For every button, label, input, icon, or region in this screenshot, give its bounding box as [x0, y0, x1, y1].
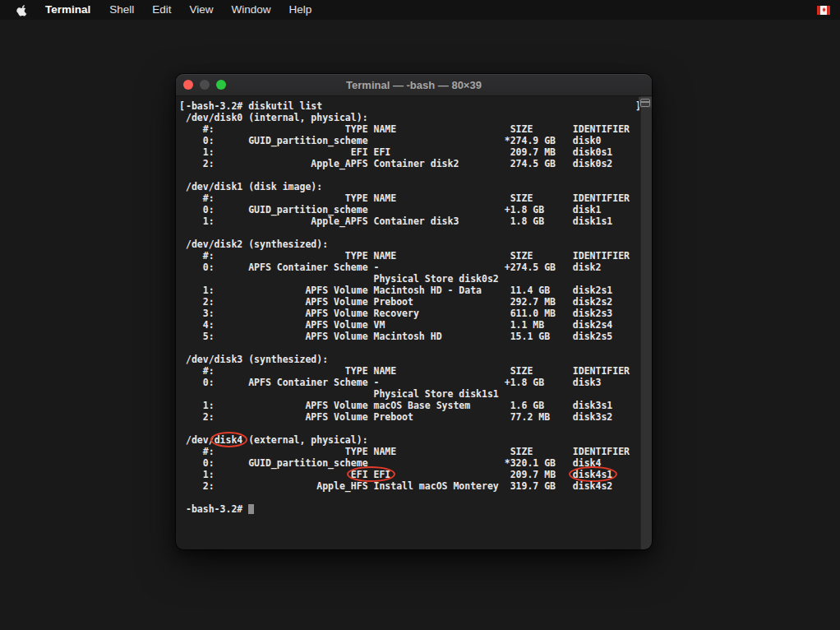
terminal-line: 0: GUID_partition_scheme +1.8 GB disk1 [186, 204, 640, 215]
apple-menu[interactable] [16, 3, 28, 16]
split-pane-button[interactable] [639, 97, 652, 108]
menu-item-help[interactable]: Help [280, 0, 321, 20]
terminal-line: #: TYPE NAME SIZE IDENTIFIER [186, 446, 640, 457]
menu-item-window[interactable]: Window [223, 0, 280, 20]
window-title: Terminal — -bash — 80×39 [176, 79, 652, 91]
annotation-circle: disk4 [215, 434, 243, 446]
terminal-line [186, 342, 640, 354]
terminal-line: 0: APFS Container Scheme - +1.8 GB disk3 [186, 377, 640, 388]
terminal-line: -bash-3.2# [186, 503, 640, 515]
terminal-line: 2: APFS Volume Preboot 292.7 MB disk2s2 [186, 296, 640, 308]
terminal-line: Physical Store disk1s1 [186, 388, 640, 400]
scrollbar[interactable] [640, 96, 652, 549]
terminal-line: 2: Apple_HFS Install macOS Monterey 319.… [186, 480, 640, 492]
menu-bar: TerminalShellEditViewWindowHelp [0, 0, 840, 20]
canada-flag-icon [817, 6, 830, 15]
apple-icon [16, 3, 28, 16]
terminal-line: 1: EFI EFI 209.7 MB disk4s1 [186, 469, 640, 480]
terminal-line [186, 492, 640, 503]
terminal-line: #: TYPE NAME SIZE IDENTIFIER [186, 365, 640, 377]
terminal-line: Physical Store disk0s2 [186, 273, 640, 285]
terminal-output: -bash-3.2# diskutil list[]/dev/disk0 (in… [186, 100, 640, 515]
menu-item-terminal[interactable]: Terminal [35, 0, 100, 20]
terminal-line: 2: APFS Volume Preboot 77.2 MB disk3s2 [186, 411, 640, 423]
zoom-button[interactable] [216, 80, 226, 90]
terminal-window: Terminal — -bash — 80×39 -bash-3.2# disk… [176, 74, 652, 549]
terminal-line: 0: GUID_partition_scheme *274.9 GB disk0 [186, 135, 640, 146]
terminal-line: #: TYPE NAME SIZE IDENTIFIER [186, 192, 640, 204]
terminal-line: 1: APFS Volume Macintosh HD - Data 11.4 … [186, 285, 640, 296]
split-pane-icon [640, 99, 650, 107]
terminal-line: -bash-3.2# diskutil list[] [186, 100, 640, 112]
terminal-line: 1: Apple_APFS Container disk3 1.8 GB dis… [186, 215, 640, 227]
menu-item-shell[interactable]: Shell [100, 0, 143, 20]
terminal-line: /dev/disk0 (internal, physical): [186, 112, 640, 123]
terminal-line: 0: APFS Container Scheme - +274.5 GB dis… [186, 262, 640, 273]
terminal-line: 4: APFS Volume VM 1.1 MB disk2s4 [186, 319, 640, 331]
terminal-line [186, 169, 640, 181]
window-titlebar[interactable]: Terminal — -bash — 80×39 [176, 74, 652, 96]
terminal-line: /dev/disk3 (synthesized): [186, 354, 640, 365]
mark-open-bracket: [ [179, 100, 185, 112]
terminal-line: #: TYPE NAME SIZE IDENTIFIER [186, 250, 640, 262]
terminal-line: #: TYPE NAME SIZE IDENTIFIER [186, 123, 640, 135]
terminal-line: 0: GUID_partition_scheme *320.1 GB disk4 [186, 457, 640, 469]
minimize-button[interactable] [200, 80, 210, 90]
input-source-flag[interactable] [817, 6, 830, 15]
terminal-line: /dev/disk1 (disk image): [186, 181, 640, 192]
terminal-line: 3: APFS Volume Recovery 611.0 MB disk2s3 [186, 308, 640, 319]
terminal-line: 5: APFS Volume Macintosh HD 15.1 GB disk… [186, 331, 640, 342]
menu-item-edit[interactable]: Edit [143, 0, 180, 20]
terminal-line: 1: APFS Volume macOS Base System 1.6 GB … [186, 400, 640, 411]
terminal-line: 2: Apple_APFS Container disk2 274.5 GB d… [186, 158, 640, 169]
terminal-line [186, 423, 640, 434]
terminal-cursor [248, 504, 254, 514]
terminal-line [186, 227, 640, 239]
annotation-circle: disk4s1 [573, 469, 612, 480]
terminal-line: /dev/disk2 (synthesized): [186, 239, 640, 250]
menu-item-view[interactable]: View [181, 0, 223, 20]
terminal-line: /dev/disk4 (external, physical): [186, 434, 640, 446]
annotation-circle: EFI EFI [351, 469, 390, 480]
terminal-content[interactable]: -bash-3.2# diskutil list[]/dev/disk0 (in… [176, 96, 652, 549]
close-button[interactable] [183, 80, 193, 90]
terminal-line: 1: EFI EFI 209.7 MB disk0s1 [186, 146, 640, 158]
